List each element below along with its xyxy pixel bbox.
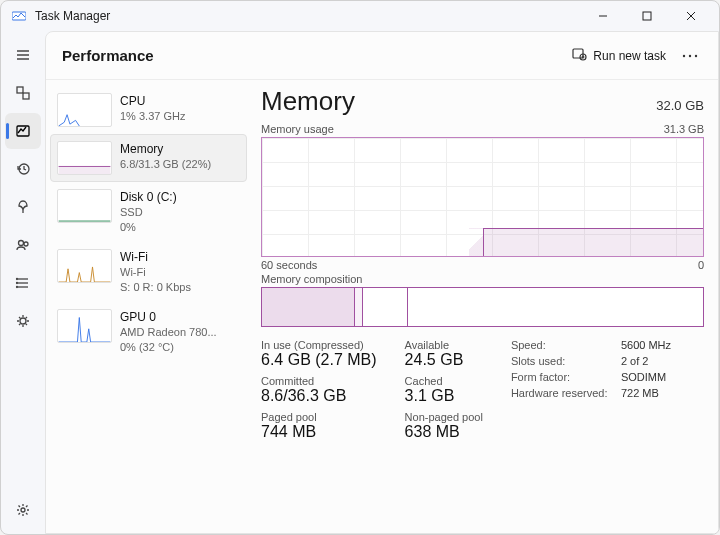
resource-name: GPU 0 [120, 309, 217, 325]
time-left: 60 seconds [261, 259, 317, 271]
maximize-button[interactable] [625, 1, 669, 31]
resource-meta: CPU1% 3.37 GHz [120, 93, 185, 127]
svg-point-22 [21, 508, 25, 512]
available-value: 24.5 GB [405, 351, 483, 369]
cached-label: Cached [405, 375, 483, 387]
resource-name: Memory [120, 141, 211, 157]
resource-sub1: Wi-Fi [120, 265, 191, 280]
history-icon[interactable] [5, 151, 41, 187]
resource-meta: Memory6.8/31.3 GB (22%) [120, 141, 211, 175]
nonpaged-label: Non-paged pool [405, 411, 483, 423]
composition-label: Memory composition [261, 273, 362, 285]
resource-item-gpu-0[interactable]: GPU 0AMD Radeon 780...0% (32 °C) [50, 302, 247, 362]
minimize-button[interactable] [581, 1, 625, 31]
app-icon [11, 8, 27, 24]
paged-label: Paged pool [261, 411, 377, 423]
resource-thumb [57, 309, 112, 343]
hardware-info: Speed:5600 MHz Slots used:2 of 2 Form fa… [511, 339, 671, 399]
detail-pane: Memory 32.0 GB Memory usage31.3 GB 60 se… [251, 80, 718, 533]
resource-thumb [57, 249, 112, 283]
resource-name: Wi-Fi [120, 249, 191, 265]
menu-icon[interactable] [5, 37, 41, 73]
available-label: Available [405, 339, 483, 351]
processes-icon[interactable] [5, 75, 41, 111]
slots-value: 2 of 2 [621, 355, 671, 367]
composition-bar [261, 287, 704, 327]
form-value: SODIMM [621, 371, 671, 383]
svg-point-29 [695, 54, 697, 56]
content: CPU1% 3.37 GHzMemory6.8/31.3 GB (22%)Dis… [46, 80, 718, 533]
detail-title: Memory [261, 86, 355, 117]
resource-thumb [57, 189, 112, 223]
resource-item-memory[interactable]: Memory6.8/31.3 GB (22%) [50, 134, 247, 182]
startup-icon[interactable] [5, 189, 41, 225]
svg-point-27 [683, 54, 685, 56]
in-use-value: 6.4 GB (2.7 MB) [261, 351, 377, 369]
nav-rail [1, 31, 45, 534]
titlebar: Task Manager [1, 1, 719, 31]
cached-value: 3.1 GB [405, 387, 483, 405]
close-button[interactable] [669, 1, 713, 31]
svg-point-19 [17, 283, 18, 284]
run-new-task-button[interactable]: Run new task [563, 42, 674, 69]
resource-sub2: 0% [120, 220, 177, 235]
nonpaged-value: 638 MB [405, 423, 483, 441]
resource-sub1: 1% 3.37 GHz [120, 109, 185, 124]
services-icon[interactable] [5, 303, 41, 339]
page-header: Performance Run new task [46, 32, 718, 80]
details-icon[interactable] [5, 265, 41, 301]
committed-value: 8.6/36.3 GB [261, 387, 377, 405]
in-use-label: In use (Compressed) [261, 339, 377, 351]
resource-meta: Disk 0 (C:)SSD0% [120, 189, 177, 235]
time-right: 0 [698, 259, 704, 271]
committed-label: Committed [261, 375, 377, 387]
resource-name: Disk 0 (C:) [120, 189, 177, 205]
resource-thumb [57, 141, 112, 175]
hwres-value: 722 MB [621, 387, 671, 399]
window: Task Manager Performance [0, 0, 720, 535]
resource-meta: GPU 0AMD Radeon 780...0% (32 °C) [120, 309, 217, 355]
usage-max: 31.3 GB [664, 123, 704, 135]
resource-list: CPU1% 3.37 GHzMemory6.8/31.3 GB (22%)Dis… [46, 80, 251, 533]
svg-point-20 [17, 287, 18, 288]
memory-total: 32.0 GB [656, 98, 704, 113]
svg-rect-9 [23, 93, 29, 99]
page-title: Performance [62, 47, 154, 64]
svg-rect-30 [59, 166, 111, 174]
resource-item-disk-0-c-[interactable]: Disk 0 (C:)SSD0% [50, 182, 247, 242]
window-title: Task Manager [35, 9, 110, 23]
svg-point-21 [20, 318, 26, 324]
resource-sub1: 6.8/31.3 GB (22%) [120, 157, 211, 172]
resource-thumb [57, 93, 112, 127]
resource-meta: Wi-FiWi-FiS: 0 R: 0 Kbps [120, 249, 191, 295]
paged-value: 744 MB [261, 423, 377, 441]
resource-name: CPU [120, 93, 185, 109]
svg-rect-8 [17, 87, 23, 93]
resource-sub1: AMD Radeon 780... [120, 325, 217, 340]
users-icon[interactable] [5, 227, 41, 263]
performance-icon[interactable] [5, 113, 41, 149]
usage-label: Memory usage [261, 123, 334, 135]
resource-item-cpu[interactable]: CPU1% 3.37 GHz [50, 86, 247, 134]
run-task-label: Run new task [593, 49, 666, 63]
settings-icon[interactable] [5, 492, 41, 528]
svg-rect-2 [643, 12, 651, 20]
resource-sub2: 0% (32 °C) [120, 340, 217, 355]
more-button[interactable] [674, 40, 706, 72]
resource-item-wi-fi[interactable]: Wi-FiWi-FiS: 0 R: 0 Kbps [50, 242, 247, 302]
memory-stats: In use (Compressed)6.4 GB (2.7 MB) Commi… [261, 339, 704, 441]
run-task-icon [571, 46, 587, 65]
resource-sub2: S: 0 R: 0 Kbps [120, 280, 191, 295]
body: Performance Run new task CPU1% 3.37 GHzM… [1, 31, 719, 534]
resource-sub1: SSD [120, 205, 177, 220]
svg-point-14 [24, 242, 28, 246]
svg-point-13 [19, 241, 24, 246]
svg-point-18 [17, 279, 18, 280]
svg-point-28 [689, 54, 691, 56]
usage-chart [261, 137, 704, 257]
speed-value: 5600 MHz [621, 339, 671, 351]
main-panel: Performance Run new task CPU1% 3.37 GHzM… [45, 31, 719, 534]
